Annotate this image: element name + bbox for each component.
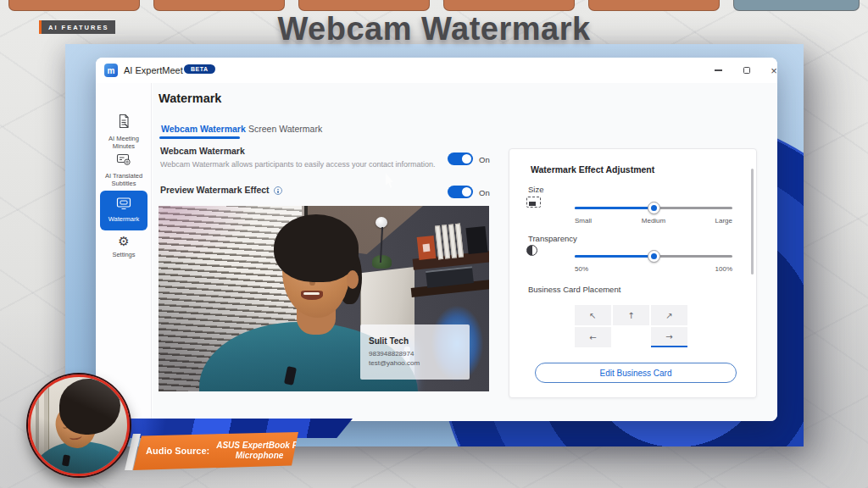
- size-tick-large: Large: [715, 217, 732, 225]
- sidebar-item-label: AI Translated Subtitles: [96, 172, 152, 187]
- app-title: AI ExpertMeet: [124, 65, 183, 75]
- transparency-slider[interactable]: [575, 249, 732, 263]
- maximize-icon: [743, 67, 750, 74]
- minimize-button[interactable]: [708, 62, 728, 79]
- preview-watermark-effect-label: Preview Watermark Effect: [160, 185, 282, 195]
- size-slider-handle[interactable]: [648, 202, 660, 214]
- main-content: Watermark Webcam Watermark Screen Waterm…: [153, 83, 777, 421]
- ai-features-badge: AI FEATURES: [39, 20, 115, 34]
- chapter-bar-4: [443, 0, 575, 11]
- person-ear: [347, 270, 359, 289]
- slider-fill: [575, 207, 654, 209]
- maximize-button[interactable]: [737, 62, 757, 79]
- gear-icon: ⚙: [96, 236, 152, 248]
- watermark-effect-panel: Watermark Effect Adjustment Size Small M…: [509, 148, 757, 398]
- sidebar-item-label: AI Meeting Minutes: [96, 135, 152, 150]
- video-frame: AI FEATURES Webcam Watermark m AI Expert…: [0, 0, 868, 488]
- transparency-tick-min: 50%: [575, 265, 588, 273]
- person-hair: [274, 214, 359, 282]
- preview-watermark-effect-toggle-state: On: [479, 188, 490, 197]
- toggle-knob: [462, 154, 471, 164]
- titlebar: m AI ExpertMeet BETA ×: [96, 58, 777, 83]
- panel-scrollbar[interactable]: [751, 169, 754, 274]
- plant: [372, 255, 392, 269]
- placement-top-left-button[interactable]: ↖: [575, 305, 611, 325]
- app-icon: m: [104, 64, 118, 77]
- placement-top-right-button[interactable]: ↗: [651, 305, 687, 325]
- chapter-bar-2: [153, 0, 285, 11]
- transparency-tick-max: 100%: [715, 265, 732, 273]
- minimize-icon: [715, 69, 722, 70]
- audio-source-line2: Microphone: [236, 451, 284, 460]
- audio-source-banner: Audio Source: ASUS ExpertBook P1 Microph…: [130, 431, 298, 470]
- transparency-icon: [526, 245, 537, 256]
- size-tick-medium: Medium: [642, 217, 665, 225]
- transparency-label: Transparency: [528, 234, 577, 243]
- sidebar: AI Meeting Minutes AI Translated Subtitl…: [96, 83, 152, 421]
- business-card-name: Sulit Tech: [369, 336, 470, 346]
- chapter-bar-3: [298, 0, 430, 11]
- placement-grid: ↖ ↑ ↗ ← →: [575, 305, 687, 347]
- active-tab-underline: [159, 136, 240, 139]
- webcam-watermark-label: Webcam Watermark: [160, 146, 245, 156]
- webcam-watermark-description: Webcam Watermark allows participants to …: [160, 160, 436, 169]
- sidebar-item-label: Settings: [96, 251, 152, 258]
- app-window: m AI ExpertMeet BETA × AI Meeting Minute…: [96, 58, 777, 421]
- preview-watermark-effect-text: Preview Watermark Effect: [160, 185, 270, 195]
- webcam-preview: Sulit Tech 983948828974 test@yahoo.com: [159, 206, 489, 391]
- webcam-watermark-toggle-state: On: [479, 155, 490, 164]
- size-label: Size: [528, 185, 543, 194]
- info-icon[interactable]: [274, 186, 282, 195]
- size-icon: [526, 197, 541, 208]
- placement-left-button[interactable]: ←: [575, 327, 611, 347]
- close-button[interactable]: ×: [764, 62, 777, 79]
- sidebar-item-settings[interactable]: ⚙ Settings: [96, 236, 152, 258]
- audio-source-label: Audio Source:: [146, 446, 209, 456]
- sidebar-item-ai-translated-subtitles[interactable]: AI Translated Subtitles: [96, 152, 152, 187]
- sidebar-item-watermark[interactable]: Watermark: [100, 191, 147, 230]
- placement-center-cell: [613, 327, 649, 347]
- size-slider[interactable]: [575, 201, 732, 214]
- edit-business-card-button[interactable]: Edit Business Card: [535, 363, 737, 383]
- meeting-minutes-icon: [117, 114, 131, 129]
- beta-badge: BETA: [184, 64, 215, 74]
- watermark-icon: [116, 197, 131, 210]
- translated-subtitles-icon: [116, 152, 131, 166]
- tab-webcam-watermark[interactable]: Webcam Watermark: [161, 124, 246, 134]
- books: [435, 224, 464, 260]
- page-title: Watermark: [159, 92, 221, 105]
- sidebar-item-label: Watermark: [100, 215, 147, 223]
- circle-shading: [31, 377, 130, 476]
- sidebar-item-ai-meeting-minutes[interactable]: AI Meeting Minutes: [96, 114, 152, 150]
- panel-heading: Watermark Effect Adjustment: [531, 164, 654, 175]
- toggle-knob: [462, 187, 471, 197]
- business-card-email: test@yahoo.com: [369, 359, 470, 367]
- orange-box: [417, 236, 437, 260]
- size-tick-small: Small: [575, 217, 592, 225]
- audio-source-value: ASUS ExpertBook P1 Microphone: [216, 441, 303, 462]
- audio-source-line1: ASUS ExpertBook P1: [216, 441, 303, 450]
- preview-watermark-effect-toggle[interactable]: [448, 186, 473, 198]
- transparency-slider-handle[interactable]: [648, 250, 660, 263]
- chapter-bar-1: [8, 0, 140, 11]
- business-card-placement-label: Business Card Placement: [528, 285, 620, 294]
- webcam-watermark-toggle[interactable]: [448, 152, 473, 165]
- speaker: [465, 226, 487, 254]
- chapter-bar-6: [733, 0, 860, 11]
- tab-screen-watermark[interactable]: Screen Watermark: [248, 124, 322, 134]
- business-card-overlay: Sulit Tech 983948828974 test@yahoo.com: [360, 324, 470, 380]
- placement-top-button[interactable]: ↑: [613, 305, 649, 325]
- presenter-webcam-circle: [28, 374, 130, 476]
- slider-fill: [575, 255, 654, 258]
- mouth: [301, 291, 323, 300]
- business-card-phone: 983948828974: [369, 350, 470, 358]
- chapter-bar-5: [588, 0, 720, 11]
- video-title: Webcam Watermark: [277, 11, 590, 47]
- placement-right-button[interactable]: →: [651, 327, 687, 347]
